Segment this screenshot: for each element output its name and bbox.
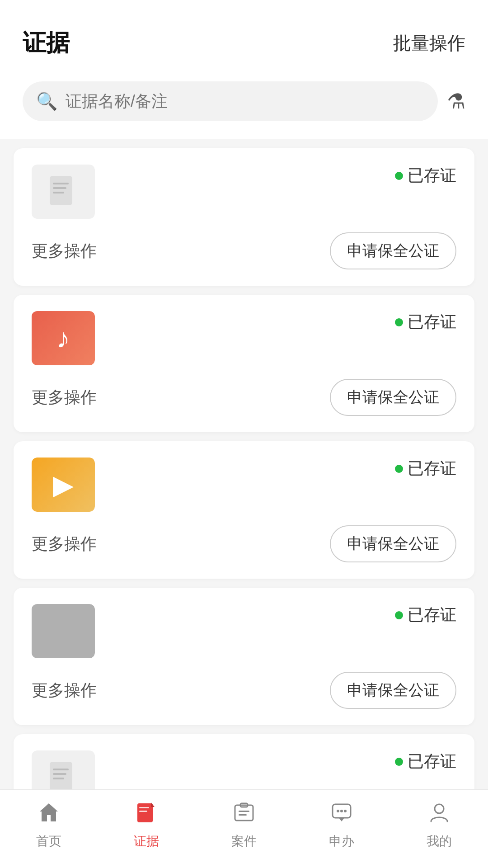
card-top-4: 已存证 bbox=[32, 604, 456, 658]
mine-icon bbox=[427, 801, 451, 828]
card-bottom-3: 更多操作 申请保全公证 bbox=[32, 525, 456, 562]
svg-point-20 bbox=[435, 804, 444, 813]
svg-point-18 bbox=[340, 810, 343, 812]
bottom-nav: 首页 证据 案件 bbox=[0, 789, 488, 868]
more-action-4[interactable]: 更多操作 bbox=[32, 679, 97, 702]
status-label-4: 已存证 bbox=[408, 604, 456, 626]
batch-action-button[interactable]: 批量操作 bbox=[393, 31, 465, 56]
evidence-list: 已存证 更多操作 申请保全公证 ♪ 已存证 更多操作 申请保全公证 bbox=[0, 139, 488, 868]
card-thumbnail-2: ♪ bbox=[32, 311, 95, 365]
notarize-btn-1[interactable]: 申请保全公证 bbox=[330, 232, 456, 269]
evidence-card-3: ▶ 已存证 更多操作 申请保全公证 bbox=[14, 441, 474, 579]
card-top-1: 已存证 bbox=[32, 165, 456, 219]
search-icon: 🔍 bbox=[36, 91, 57, 111]
status-badge-5: 已存证 bbox=[395, 750, 456, 773]
status-dot-4 bbox=[395, 611, 403, 619]
photo-thumbnail bbox=[32, 604, 95, 658]
evidence-icon bbox=[135, 801, 158, 828]
video-thumbnail: ▶ bbox=[32, 458, 95, 512]
card-thumbnail-4 bbox=[32, 604, 95, 658]
status-label-5: 已存证 bbox=[408, 750, 456, 773]
nav-label-mine: 我的 bbox=[427, 833, 452, 850]
notarize-btn-3[interactable]: 申请保全公证 bbox=[330, 525, 456, 562]
card-top-2: ♪ 已存证 bbox=[32, 311, 456, 365]
card-top-3: ▶ 已存证 bbox=[32, 458, 456, 512]
svg-rect-9 bbox=[139, 807, 149, 808]
notarize-btn-2[interactable]: 申请保全公证 bbox=[330, 379, 456, 416]
status-dot-1 bbox=[395, 172, 403, 180]
card-thumbnail-1 bbox=[32, 165, 95, 219]
status-dot-5 bbox=[395, 758, 403, 766]
evidence-card-2: ♪ 已存证 更多操作 申请保全公证 bbox=[14, 295, 474, 432]
search-box: 🔍 bbox=[23, 81, 438, 121]
nav-item-apply[interactable]: 申办 bbox=[329, 801, 354, 850]
status-label-1: 已存证 bbox=[408, 165, 456, 187]
search-area: 🔍 ⚗ bbox=[0, 72, 488, 139]
music-thumbnail: ♪ bbox=[32, 311, 95, 365]
svg-rect-3 bbox=[53, 192, 64, 193]
nav-item-home[interactable]: 首页 bbox=[36, 801, 61, 850]
more-action-1[interactable]: 更多操作 bbox=[32, 240, 97, 262]
nav-label-evidence: 证据 bbox=[134, 833, 159, 850]
svg-rect-2 bbox=[53, 187, 66, 189]
svg-rect-1 bbox=[53, 183, 69, 184]
cases-icon bbox=[232, 801, 256, 828]
filter-icon[interactable]: ⚗ bbox=[447, 89, 465, 113]
svg-marker-11 bbox=[151, 802, 155, 807]
status-label-2: 已存证 bbox=[408, 311, 456, 333]
svg-rect-10 bbox=[139, 811, 147, 812]
status-dot-2 bbox=[395, 318, 403, 326]
card-bottom-1: 更多操作 申请保全公证 bbox=[32, 232, 456, 269]
more-action-2[interactable]: 更多操作 bbox=[32, 387, 97, 409]
nav-item-mine[interactable]: 我的 bbox=[427, 801, 452, 850]
status-badge-2: 已存证 bbox=[395, 311, 456, 333]
svg-point-19 bbox=[344, 810, 347, 812]
svg-rect-4 bbox=[50, 762, 72, 791]
svg-rect-8 bbox=[137, 803, 153, 822]
status-badge-1: 已存证 bbox=[395, 165, 456, 187]
nav-label-cases: 案件 bbox=[231, 833, 257, 850]
music-icon: ♪ bbox=[56, 323, 70, 354]
svg-rect-14 bbox=[239, 811, 249, 812]
home-icon bbox=[37, 801, 61, 828]
evidence-card-1: 已存证 更多操作 申请保全公证 bbox=[14, 148, 474, 286]
card-bottom-2: 更多操作 申请保全公证 bbox=[32, 379, 456, 416]
nav-label-home: 首页 bbox=[36, 833, 61, 850]
nav-item-cases[interactable]: 案件 bbox=[231, 801, 257, 850]
status-label-3: 已存证 bbox=[408, 458, 456, 480]
video-icon: ▶ bbox=[53, 469, 74, 500]
nav-item-evidence[interactable]: 证据 bbox=[134, 801, 159, 850]
svg-rect-15 bbox=[239, 814, 247, 816]
status-badge-4: 已存证 bbox=[395, 604, 456, 626]
apply-icon bbox=[330, 801, 353, 828]
card-bottom-4: 更多操作 申请保全公证 bbox=[32, 672, 456, 709]
header: 证据 批量操作 bbox=[0, 0, 488, 72]
svg-rect-7 bbox=[53, 778, 64, 779]
notarize-btn-4[interactable]: 申请保全公证 bbox=[330, 672, 456, 709]
page-title: 证据 bbox=[23, 27, 70, 59]
svg-point-17 bbox=[337, 810, 339, 812]
svg-rect-0 bbox=[50, 176, 72, 205]
doc-thumbnail bbox=[32, 165, 95, 219]
card-thumbnail-3: ▶ bbox=[32, 458, 95, 512]
status-badge-3: 已存证 bbox=[395, 458, 456, 480]
status-dot-3 bbox=[395, 465, 403, 473]
nav-label-apply: 申办 bbox=[329, 833, 354, 850]
search-input[interactable] bbox=[66, 92, 424, 111]
more-action-3[interactable]: 更多操作 bbox=[32, 533, 97, 555]
evidence-card-4: 已存证 更多操作 申请保全公证 bbox=[14, 588, 474, 725]
svg-rect-6 bbox=[53, 773, 66, 775]
svg-rect-5 bbox=[53, 769, 69, 770]
